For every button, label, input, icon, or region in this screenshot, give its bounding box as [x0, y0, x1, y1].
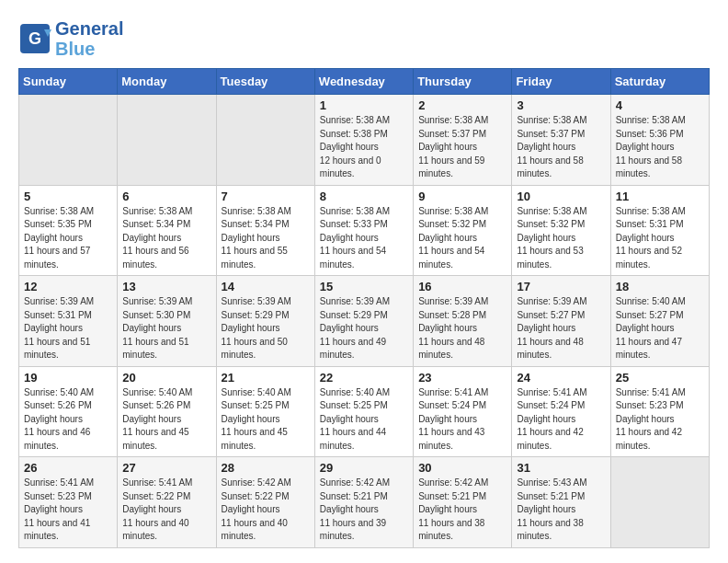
day-number: 2 [418, 98, 506, 112]
day-number: 15 [320, 280, 408, 293]
calendar-week-row: 1 Sunrise: 5:38 AMSunset: 5:38 PMDayligh… [19, 95, 710, 186]
day-number: 4 [616, 98, 704, 112]
logo-line1: General [55, 18, 123, 39]
weekday-header: Friday [512, 69, 610, 95]
calendar-cell: 2 Sunrise: 5:38 AMSunset: 5:37 PMDayligh… [414, 95, 512, 186]
calendar-cell: 15 Sunrise: 5:39 AMSunset: 5:29 PMDaylig… [314, 276, 413, 367]
day-info: Sunrise: 5:40 AMSunset: 5:26 PMDaylight … [122, 387, 192, 451]
day-number: 27 [122, 461, 210, 475]
day-info: Sunrise: 5:43 AMSunset: 5:21 PMDaylight … [517, 477, 586, 541]
day-info: Sunrise: 5:38 AMSunset: 5:37 PMDaylight … [517, 115, 586, 178]
day-info: Sunrise: 5:42 AMSunset: 5:22 PMDaylight … [222, 477, 291, 541]
weekday-header: Wednesday [314, 69, 413, 95]
day-number: 13 [122, 280, 210, 293]
day-info: Sunrise: 5:40 AMSunset: 5:26 PMDaylight … [24, 387, 94, 451]
logo-icon: G [18, 22, 51, 55]
day-number: 20 [122, 371, 210, 385]
day-info: Sunrise: 5:38 AMSunset: 5:32 PMDaylight … [517, 206, 586, 270]
day-info: Sunrise: 5:41 AMSunset: 5:23 PMDaylight … [616, 387, 686, 451]
day-info: Sunrise: 5:39 AMSunset: 5:27 PMDaylight … [517, 296, 586, 360]
day-info: Sunrise: 5:41 AMSunset: 5:24 PMDaylight … [418, 387, 488, 451]
calendar-cell: 16 Sunrise: 5:39 AMSunset: 5:28 PMDaylig… [414, 276, 512, 367]
calendar-cell: 12 Sunrise: 5:39 AMSunset: 5:31 PMDaylig… [19, 276, 118, 367]
calendar-cell: 27 Sunrise: 5:41 AMSunset: 5:22 PMDaylig… [118, 457, 216, 548]
calendar-cell: 23 Sunrise: 5:41 AMSunset: 5:24 PMDaylig… [414, 366, 512, 457]
calendar-week-row: 12 Sunrise: 5:39 AMSunset: 5:31 PMDaylig… [19, 276, 710, 367]
day-number: 8 [320, 190, 408, 203]
calendar-cell: 20 Sunrise: 5:40 AMSunset: 5:26 PMDaylig… [118, 366, 216, 457]
day-number: 28 [222, 461, 310, 475]
day-number: 21 [222, 371, 310, 385]
calendar-cell: 29 Sunrise: 5:42 AMSunset: 5:21 PMDaylig… [314, 457, 413, 548]
day-info: Sunrise: 5:38 AMSunset: 5:32 PMDaylight … [418, 206, 488, 270]
calendar-cell: 10 Sunrise: 5:38 AMSunset: 5:32 PMDaylig… [512, 185, 610, 276]
calendar-cell: 31 Sunrise: 5:43 AMSunset: 5:21 PMDaylig… [512, 457, 610, 548]
calendar-cell: 26 Sunrise: 5:41 AMSunset: 5:23 PMDaylig… [19, 457, 118, 548]
calendar-cell [19, 95, 118, 186]
day-info: Sunrise: 5:38 AMSunset: 5:33 PMDaylight … [320, 206, 390, 270]
calendar-cell: 4 Sunrise: 5:38 AMSunset: 5:36 PMDayligh… [610, 95, 709, 186]
calendar-cell [216, 95, 314, 186]
day-number: 19 [24, 371, 112, 385]
calendar-cell: 8 Sunrise: 5:38 AMSunset: 5:33 PMDayligh… [314, 185, 413, 276]
day-number: 25 [616, 371, 704, 385]
day-number: 1 [320, 98, 408, 112]
weekday-header-row: SundayMondayTuesdayWednesdayThursdayFrid… [19, 69, 710, 95]
day-info: Sunrise: 5:40 AMSunset: 5:27 PMDaylight … [616, 296, 686, 360]
day-info: Sunrise: 5:39 AMSunset: 5:29 PMDaylight … [320, 296, 390, 360]
day-number: 23 [418, 371, 506, 385]
calendar-week-row: 26 Sunrise: 5:41 AMSunset: 5:23 PMDaylig… [19, 457, 710, 548]
calendar-cell: 25 Sunrise: 5:41 AMSunset: 5:23 PMDaylig… [610, 366, 709, 457]
day-info: Sunrise: 5:38 AMSunset: 5:34 PMDaylight … [222, 206, 291, 270]
calendar-cell: 5 Sunrise: 5:38 AMSunset: 5:35 PMDayligh… [19, 185, 118, 276]
day-info: Sunrise: 5:39 AMSunset: 5:29 PMDaylight … [222, 296, 291, 360]
svg-text:G: G [28, 29, 41, 48]
day-info: Sunrise: 5:38 AMSunset: 5:31 PMDaylight … [616, 206, 686, 270]
calendar-cell: 21 Sunrise: 5:40 AMSunset: 5:25 PMDaylig… [216, 366, 314, 457]
day-info: Sunrise: 5:38 AMSunset: 5:37 PMDaylight … [418, 115, 488, 178]
day-info: Sunrise: 5:42 AMSunset: 5:21 PMDaylight … [418, 477, 488, 541]
day-number: 10 [517, 190, 605, 203]
calendar-cell: 28 Sunrise: 5:42 AMSunset: 5:22 PMDaylig… [216, 457, 314, 548]
day-number: 30 [418, 461, 506, 475]
calendar-cell: 14 Sunrise: 5:39 AMSunset: 5:29 PMDaylig… [216, 276, 314, 367]
day-number: 24 [517, 371, 605, 385]
day-number: 26 [24, 461, 112, 475]
calendar-cell [118, 95, 216, 186]
day-info: Sunrise: 5:42 AMSunset: 5:21 PMDaylight … [320, 477, 390, 541]
day-number: 11 [616, 190, 704, 203]
day-info: Sunrise: 5:40 AMSunset: 5:25 PMDaylight … [222, 387, 291, 451]
day-number: 12 [24, 280, 112, 293]
day-number: 5 [24, 190, 112, 203]
day-number: 18 [616, 280, 704, 293]
calendar-cell: 18 Sunrise: 5:40 AMSunset: 5:27 PMDaylig… [610, 276, 709, 367]
weekday-header: Saturday [610, 69, 709, 95]
day-number: 16 [418, 280, 506, 293]
calendar-cell: 1 Sunrise: 5:38 AMSunset: 5:38 PMDayligh… [314, 95, 413, 186]
calendar-cell: 17 Sunrise: 5:39 AMSunset: 5:27 PMDaylig… [512, 276, 610, 367]
calendar-week-row: 19 Sunrise: 5:40 AMSunset: 5:26 PMDaylig… [19, 366, 710, 457]
calendar-cell [610, 457, 709, 548]
calendar-cell: 7 Sunrise: 5:38 AMSunset: 5:34 PMDayligh… [216, 185, 314, 276]
calendar-cell: 13 Sunrise: 5:39 AMSunset: 5:30 PMDaylig… [118, 276, 216, 367]
day-number: 22 [320, 371, 408, 385]
day-info: Sunrise: 5:39 AMSunset: 5:30 PMDaylight … [122, 296, 192, 360]
day-info: Sunrise: 5:38 AMSunset: 5:36 PMDaylight … [616, 115, 686, 178]
day-info: Sunrise: 5:39 AMSunset: 5:31 PMDaylight … [24, 296, 94, 360]
day-number: 14 [222, 280, 310, 293]
weekday-header: Thursday [414, 69, 512, 95]
calendar-cell: 11 Sunrise: 5:38 AMSunset: 5:31 PMDaylig… [610, 185, 709, 276]
page-header: G General Blue [18, 18, 710, 59]
day-info: Sunrise: 5:41 AMSunset: 5:22 PMDaylight … [122, 477, 192, 541]
calendar-cell: 9 Sunrise: 5:38 AMSunset: 5:32 PMDayligh… [414, 185, 512, 276]
day-number: 29 [320, 461, 408, 475]
calendar-cell: 24 Sunrise: 5:41 AMSunset: 5:24 PMDaylig… [512, 366, 610, 457]
calendar-cell: 22 Sunrise: 5:40 AMSunset: 5:25 PMDaylig… [314, 366, 413, 457]
calendar-cell: 6 Sunrise: 5:38 AMSunset: 5:34 PMDayligh… [118, 185, 216, 276]
calendar-cell: 3 Sunrise: 5:38 AMSunset: 5:37 PMDayligh… [512, 95, 610, 186]
day-number: 7 [222, 190, 310, 203]
calendar-cell: 30 Sunrise: 5:42 AMSunset: 5:21 PMDaylig… [414, 457, 512, 548]
day-number: 31 [517, 461, 605, 475]
day-info: Sunrise: 5:38 AMSunset: 5:38 PMDaylight … [320, 115, 390, 178]
day-number: 6 [122, 190, 210, 203]
